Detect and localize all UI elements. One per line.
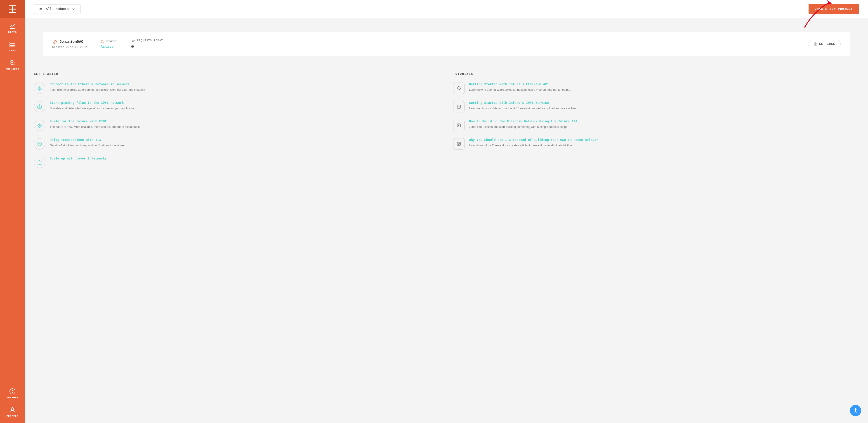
sidebar-label-stats: STATS <box>8 31 17 33</box>
sidebar-item-stats[interactable]: STATS <box>0 18 25 37</box>
requests-value: 0 <box>131 44 163 49</box>
list-item: 2 Build for the future with ETH2 The fut… <box>34 120 440 131</box>
sidebar: STATS TXNS EXPLORER SUPPORT <box>0 0 25 423</box>
project-card: DominionDAO Created June 4, 2022 STATUS … <box>43 32 850 56</box>
svg-rect-5 <box>10 44 15 45</box>
list-item: Why You Should Use ITX Instead of Buildi… <box>453 138 859 149</box>
sidebar-item-explorer[interactable]: EXPLORER <box>0 55 25 74</box>
svg-point-27 <box>101 40 104 43</box>
svg-rect-3 <box>12 5 13 13</box>
tutorials-section: TUTORIALS Getting Started with Infura's … <box>453 73 859 175</box>
tutorial-text: How to Build on the Filecoin Network Usi… <box>469 120 859 129</box>
eth2-icon: 2 <box>34 120 45 131</box>
status-value: Active <box>101 45 118 49</box>
all-products-dropdown[interactable]: All Products <box>34 4 81 14</box>
ipfs-tutorial-icon <box>453 101 465 112</box>
tutorial-desc: Learn to pin your data across the IPFS n… <box>469 107 577 110</box>
tutorial-text: Relay transactions with ITX Get rid of s… <box>50 138 440 148</box>
settings-label: SETTINGS <box>819 42 835 46</box>
svg-rect-6 <box>10 46 15 47</box>
list-item: Getting Started with Infura's IPFS Servi… <box>453 101 859 112</box>
tutorial-link[interactable]: Getting Started with Infura's Ethereum A… <box>469 83 859 86</box>
tutorial-link[interactable]: Connect to the Ethereum network in secon… <box>50 83 440 86</box>
ethereum-icon <box>52 39 57 44</box>
svg-rect-50 <box>457 142 460 145</box>
tutorial-text: Start pinning files to the IPFS network … <box>50 101 440 111</box>
svg-line-39 <box>37 160 39 161</box>
svg-line-40 <box>39 160 41 161</box>
tutorial-link[interactable]: Why You Should Use ITX Instead of Buildi… <box>469 138 859 142</box>
sidebar-item-profile[interactable]: PROFILE <box>0 402 25 421</box>
filecoin-icon: f <box>453 120 465 131</box>
tutorial-text: Getting Started with Infura's IPFS Servi… <box>469 101 859 111</box>
requests-label: REQUESTS TODAY <box>131 39 163 43</box>
itx-tutorial-icon <box>453 138 465 149</box>
tutorial-link[interactable]: Scale up with Layer 2 Networks <box>50 157 440 160</box>
requests-section: REQUESTS TODAY 0 <box>131 39 163 49</box>
tutorial-desc: Fast, high availability Ethereum infrast… <box>50 88 146 91</box>
svg-point-31 <box>815 44 816 45</box>
list-item: Relay transactions with ITX Get rid of s… <box>34 138 440 149</box>
project-info: DominionDAO Created June 4, 2022 <box>52 39 87 49</box>
list-item: Scale up with Layer 2 Networks <box>34 157 440 168</box>
layer2-icon <box>34 157 45 168</box>
sidebar-logo[interactable] <box>0 0 25 18</box>
svg-point-52 <box>855 408 856 410</box>
tutorial-link[interactable]: Relay transactions with ITX <box>50 138 440 142</box>
ethereum-circle-icon <box>34 83 45 94</box>
itx-icon <box>34 138 45 149</box>
tutorial-desc: Learn how to open a WebSocket connection… <box>469 88 571 91</box>
all-products-label: All Products <box>46 7 69 11</box>
tutorial-link[interactable]: Getting Started with Infura's IPFS Servi… <box>469 101 859 105</box>
status-label: STATUS <box>101 39 118 44</box>
list-item: f How to Build on the Filecoin Network U… <box>453 120 859 131</box>
svg-text:f: f <box>458 124 459 127</box>
sidebar-label-support: SUPPORT <box>6 396 18 399</box>
svg-text:2: 2 <box>39 124 40 126</box>
tutorial-link[interactable]: Build for the future with ETH2 <box>50 120 440 123</box>
svg-marker-23 <box>827 0 832 4</box>
tutorial-desc: The future is now. More scalable, more s… <box>50 125 141 129</box>
sidebar-label-profile: PROFILE <box>6 415 18 418</box>
tutorial-text: Connect to the Ethereum network in secon… <box>50 83 440 92</box>
list-item: Connect to the Ethereum network in secon… <box>34 83 440 94</box>
status-icon <box>101 39 105 44</box>
tutorial-link[interactable]: How to Build on the Filecoin Network Usi… <box>469 120 859 123</box>
project-name: DominionDAO <box>52 39 87 44</box>
svg-point-51 <box>458 143 460 145</box>
main-content: All Products CREATE NEW PROJECT <box>25 0 868 423</box>
sidebar-item-txns[interactable]: TXNS <box>0 37 25 55</box>
tutorial-desc: Scalable and distributed storage infrast… <box>50 107 136 110</box>
tutorial-desc: Get rid of stuck transactions, and don't… <box>50 144 125 147</box>
accessibility-icon <box>852 407 859 414</box>
tutorial-text: Build for the future with ETH2 The futur… <box>50 120 440 129</box>
tutorial-text: Why You Should Use ITX Instead of Buildi… <box>469 138 859 148</box>
sidebar-item-support[interactable]: SUPPORT <box>0 384 25 402</box>
list-item: Getting Started with Infura's Ethereum A… <box>453 83 859 94</box>
sidebar-label-txns: TXNS <box>9 49 16 52</box>
tutorial-link[interactable]: Start pinning files to the IPFS network <box>50 101 440 105</box>
tutorial-desc: Jump into Filecoin and start building so… <box>469 125 567 129</box>
header: All Products CREATE NEW PROJECT <box>25 0 868 18</box>
settings-button[interactable]: SETTINGS <box>808 40 841 49</box>
tutorials-title: TUTORIALS <box>453 73 859 76</box>
settings-icon <box>814 42 817 46</box>
project-status: STATUS Active <box>101 39 118 49</box>
eth-tutorial-icon <box>453 83 465 94</box>
ipfs-icon <box>34 101 45 112</box>
tutorial-text: Scale up with Layer 2 Networks <box>50 157 440 162</box>
project-created: Created June 4, 2022 <box>52 46 87 49</box>
svg-point-14 <box>11 407 14 410</box>
list-item: Start pinning files to the IPFS network … <box>34 101 440 112</box>
content-area: GET STARTED Connect to the Ethereum netw… <box>25 63 868 185</box>
requests-icon <box>131 39 135 43</box>
svg-rect-4 <box>10 42 15 43</box>
get-started-title: GET STARTED <box>34 73 440 76</box>
svg-point-13 <box>12 392 13 393</box>
tutorial-text: Getting Started with Infura's Ethereum A… <box>469 83 859 92</box>
accessibility-button[interactable] <box>850 405 861 416</box>
get-started-section: GET STARTED Connect to the Ethereum netw… <box>34 73 440 175</box>
svg-line-8 <box>14 64 15 65</box>
tutorial-desc: Learn how Infura Transactions creates ef… <box>469 144 575 147</box>
svg-rect-48 <box>457 124 460 127</box>
